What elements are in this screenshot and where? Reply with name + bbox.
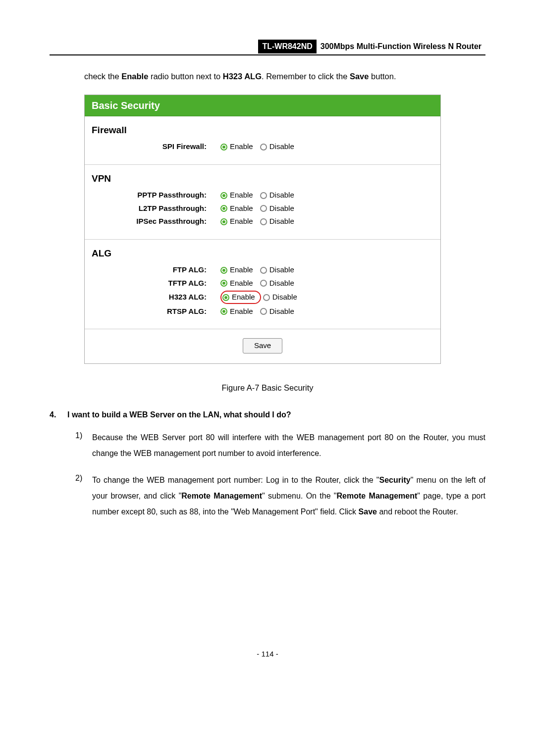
ftp-disable-radio[interactable]: Disable xyxy=(260,264,294,276)
radio-checked-icon xyxy=(220,205,227,212)
spi-firewall-label: SPI Firewall: xyxy=(92,141,220,152)
radio-label: Enable xyxy=(230,190,253,201)
question-text: I want to build a WEB Server on the LAN,… xyxy=(67,409,485,421)
l2tp-label: L2TP Passthrough: xyxy=(92,203,220,214)
radio-unchecked-icon xyxy=(260,218,267,225)
spi-enable-radio[interactable]: Enable xyxy=(220,141,253,152)
pptp-enable-radio[interactable]: Enable xyxy=(220,190,253,201)
ftp-enable-radio[interactable]: Enable xyxy=(220,264,253,276)
radio-checked-icon xyxy=(220,144,227,151)
h323-alg-row: H323 ALG: Enable Disable xyxy=(92,291,433,304)
l2tp-disable-radio[interactable]: Disable xyxy=(260,203,294,214)
save-row: Save xyxy=(85,329,440,363)
text: and reboot the Router. xyxy=(377,507,458,516)
bold-h323: H323 ALG xyxy=(223,72,262,81)
radio-label: Disable xyxy=(269,306,294,317)
pptp-disable-radio[interactable]: Disable xyxy=(260,190,294,201)
radio-unchecked-icon xyxy=(260,144,267,151)
radio-label: Enable xyxy=(230,306,253,317)
text: radio button next to xyxy=(148,72,222,81)
radio-label: Disable xyxy=(269,141,294,152)
radio-label: Enable xyxy=(230,216,253,227)
radio-label: Disable xyxy=(269,264,294,276)
radio-label: Disable xyxy=(269,203,294,214)
figure-caption: Figure A-7 Basic Security xyxy=(50,382,485,394)
l2tp-enable-radio[interactable]: Enable xyxy=(220,203,253,214)
radio-checked-icon xyxy=(222,294,229,301)
l2tp-row: L2TP Passthrough: Enable Disable xyxy=(92,203,433,214)
rtsp-enable-radio[interactable]: Enable xyxy=(220,306,253,317)
bold-save: Save xyxy=(350,72,369,81)
h323-enable-radio[interactable]: Enable xyxy=(222,292,255,303)
text: . Remember to click the xyxy=(262,72,350,81)
page-number: - 114 - xyxy=(50,649,485,660)
spi-firewall-row: SPI Firewall: Enable Disable xyxy=(92,141,433,152)
alg-section: ALG FTP ALG: Enable Disable TFTP ALG: En… xyxy=(85,240,440,324)
bold-enable: Enable xyxy=(121,72,148,81)
radio-unchecked-icon xyxy=(260,267,267,274)
radio-checked-icon xyxy=(220,192,227,199)
ftp-alg-label: FTP ALG: xyxy=(92,264,220,276)
radio-label: Enable xyxy=(230,278,253,289)
tftp-alg-row: TFTP ALG: Enable Disable xyxy=(92,278,433,289)
radio-checked-icon xyxy=(220,218,227,225)
vpn-heading: VPN xyxy=(92,172,433,186)
step-text: Because the WEB Server port 80 will inte… xyxy=(92,430,485,461)
spi-disable-radio[interactable]: Disable xyxy=(260,141,294,152)
radio-label: Enable xyxy=(230,141,253,152)
h323-alg-label: H323 ALG: xyxy=(92,292,220,303)
radio-unchecked-icon xyxy=(260,280,267,287)
save-button[interactable]: Save xyxy=(243,338,282,353)
radio-label: Enable xyxy=(232,292,255,303)
ftp-alg-row: FTP ALG: Enable Disable xyxy=(92,264,433,276)
firewall-heading: Firewall xyxy=(92,123,433,138)
h323-disable-radio[interactable]: Disable xyxy=(263,292,297,303)
tftp-alg-label: TFTP ALG: xyxy=(92,278,220,289)
radio-label: Enable xyxy=(230,264,253,276)
text: To change the WEB management port number… xyxy=(92,476,379,484)
bold-remote-mgmt: Remote Management xyxy=(181,492,262,500)
radio-label: Disable xyxy=(269,216,294,227)
rtsp-disable-radio[interactable]: Disable xyxy=(260,306,294,317)
bold-remote-mgmt-2: Remote Management xyxy=(337,492,418,500)
step-1: 1) Because the WEB Server port 80 will i… xyxy=(75,430,485,461)
model-badge: TL-WR842ND xyxy=(258,40,316,53)
step-number: 2) xyxy=(75,472,92,520)
question-number: 4. xyxy=(50,409,67,421)
pptp-label: PPTP Passthrough: xyxy=(92,190,220,201)
vpn-section: VPN PPTP Passthrough: Enable Disable L2T… xyxy=(85,165,440,234)
panel-title: Basic Security xyxy=(85,95,440,116)
highlight-oval: Enable xyxy=(220,291,261,304)
text: button. xyxy=(369,72,396,81)
rtsp-alg-row: RTSP ALG: Enable Disable xyxy=(92,306,433,317)
tftp-enable-radio[interactable]: Enable xyxy=(220,278,253,289)
question-4: 4. I want to build a WEB Server on the L… xyxy=(50,409,485,421)
tftp-disable-radio[interactable]: Disable xyxy=(260,278,294,289)
rtsp-alg-label: RTSP ALG: xyxy=(92,306,220,317)
radio-checked-icon xyxy=(220,308,227,315)
radio-unchecked-icon xyxy=(260,205,267,212)
ipsec-row: IPSec Passthrough: Enable Disable xyxy=(92,216,433,227)
intro-paragraph: check the Enable radio button next to H3… xyxy=(84,70,485,83)
radio-label: Disable xyxy=(269,190,294,201)
radio-label: Disable xyxy=(272,292,297,303)
step-2: 2) To change the WEB management port num… xyxy=(75,472,485,520)
text: " submenu. On the " xyxy=(262,492,336,500)
radio-unchecked-icon xyxy=(263,294,270,301)
ipsec-enable-radio[interactable]: Enable xyxy=(220,216,253,227)
alg-heading: ALG xyxy=(92,247,433,261)
bold-security: Security xyxy=(379,476,411,484)
radio-label: Disable xyxy=(269,278,294,289)
steps-list: 1) Because the WEB Server port 80 will i… xyxy=(75,430,485,520)
pptp-row: PPTP Passthrough: Enable Disable xyxy=(92,190,433,201)
step-text: To change the WEB management port number… xyxy=(92,472,485,520)
radio-label: Enable xyxy=(230,203,253,214)
radio-checked-icon xyxy=(220,267,227,274)
ipsec-disable-radio[interactable]: Disable xyxy=(260,216,294,227)
radio-checked-icon xyxy=(220,280,227,287)
radio-unchecked-icon xyxy=(260,192,267,199)
bold-save: Save xyxy=(359,507,377,516)
text: check the xyxy=(84,72,121,81)
ipsec-label: IPSec Passthrough: xyxy=(92,216,220,227)
radio-unchecked-icon xyxy=(260,308,267,315)
